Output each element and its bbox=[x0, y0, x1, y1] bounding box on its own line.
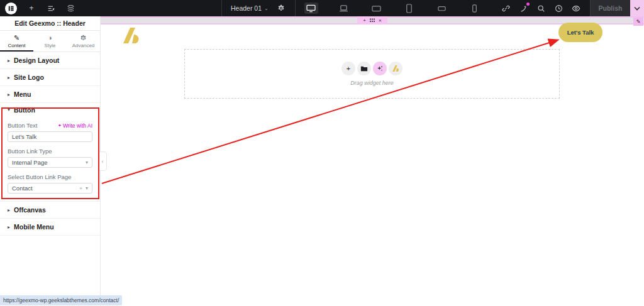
button-link-type-select[interactable]: Internal Page ▾ bbox=[8, 157, 92, 168]
button-link-type-label: Button Link Type bbox=[8, 148, 52, 155]
add-template-button[interactable] bbox=[357, 62, 371, 75]
caret-right-icon: ▸ bbox=[8, 92, 10, 97]
history-icon[interactable] bbox=[553, 3, 564, 13]
tab-content[interactable]: ✎ Content bbox=[0, 31, 33, 52]
link-url: https://geexmo-wp.geekslabthemes.com/con… bbox=[3, 297, 119, 303]
panel-tabs: ✎ Content ◑ Style Advanced bbox=[0, 31, 100, 52]
ai-assistant-icon[interactable] bbox=[518, 3, 528, 13]
responsive-device-switcher bbox=[304, 3, 482, 14]
button-text-input[interactable]: Let's Talk bbox=[8, 131, 92, 142]
caret-right-icon: ▸ bbox=[8, 224, 10, 230]
ai-builder-button[interactable] bbox=[373, 62, 387, 75]
geexmo-mini-logo-icon bbox=[392, 65, 399, 72]
device-mobile-portrait-icon[interactable] bbox=[468, 3, 482, 14]
delete-element-icon[interactable]: × bbox=[379, 18, 382, 23]
clear-selection-icon[interactable]: × bbox=[79, 185, 82, 191]
caret-right-icon: ▸ bbox=[8, 58, 10, 63]
theme-templates-button[interactable] bbox=[389, 62, 402, 75]
caret-down-icon: ▾ bbox=[8, 107, 10, 112]
elementor-editor-panel: Edit Geexmo :: Header ✎ Content ◑ Style … bbox=[0, 16, 101, 306]
section-button-expanded: ▾ Button Button Text ✦ Write with AI Let… bbox=[0, 103, 100, 202]
tab-advanced[interactable]: Advanced bbox=[67, 31, 100, 52]
section-button-header[interactable]: ▾ Button bbox=[0, 103, 100, 116]
add-element-button[interactable]: + bbox=[26, 3, 36, 13]
add-section-icon[interactable]: + bbox=[363, 18, 366, 23]
panel-collapse-handle[interactable]: ‹ bbox=[99, 151, 107, 171]
pencil-icon: ✎ bbox=[14, 34, 19, 41]
document-name[interactable]: Header 01 bbox=[231, 4, 262, 12]
editor-canvas: + × ✎ Let's Talk + bbox=[101, 16, 644, 306]
lets-talk-button[interactable]: Let's Talk bbox=[558, 23, 602, 42]
panel-title: Edit Geexmo :: Header bbox=[0, 16, 100, 31]
caret-right-icon: ▸ bbox=[8, 75, 10, 80]
ai-sparkles-icon bbox=[376, 65, 384, 72]
device-tablet-portrait-icon[interactable] bbox=[402, 3, 416, 14]
device-laptop-icon[interactable] bbox=[337, 3, 351, 14]
write-with-ai-button[interactable]: ✦ Write with AI bbox=[58, 123, 92, 129]
widget-drop-area[interactable]: + Drag widget here bbox=[184, 49, 560, 99]
ai-sparkle-icon: ✦ bbox=[58, 123, 62, 128]
device-tablet-landscape-icon[interactable] bbox=[370, 3, 384, 14]
folder-icon bbox=[360, 65, 368, 72]
document-chevron-icon[interactable]: ⌄ bbox=[264, 6, 269, 11]
device-mobile-landscape-icon[interactable] bbox=[435, 3, 449, 14]
plus-icon: + bbox=[347, 65, 350, 72]
button-link-page-select[interactable]: Contact × ▾ bbox=[8, 183, 92, 194]
search-icon[interactable] bbox=[536, 3, 546, 13]
preview-eye-icon[interactable] bbox=[571, 3, 581, 13]
publish-options-chevron[interactable] bbox=[630, 0, 644, 16]
edit-element-badge[interactable]: ✎ bbox=[633, 18, 643, 26]
ai-notification-dot bbox=[526, 3, 530, 6]
geexmo-site-logo[interactable] bbox=[123, 28, 140, 43]
link-preview-statusbar: https://geexmo-wp.geekslabthemes.com/con… bbox=[0, 295, 122, 305]
publish-button[interactable]: Publish bbox=[590, 0, 630, 16]
elementor-logo[interactable] bbox=[5, 3, 17, 14]
section-design-layout[interactable]: ▸ Design Layout bbox=[0, 52, 100, 69]
element-controls-badge: + × bbox=[357, 16, 387, 25]
drag-handle-icon[interactable] bbox=[370, 18, 375, 23]
gear-icon bbox=[80, 34, 87, 41]
document-settings-gear-icon[interactable] bbox=[276, 3, 286, 13]
select-caret-icon: ▾ bbox=[86, 185, 88, 191]
section-menu[interactable]: ▸ Menu bbox=[0, 86, 100, 103]
finder-icon[interactable] bbox=[46, 3, 56, 13]
button-text-label: Button Text bbox=[8, 122, 37, 129]
drag-widget-hint: Drag widget here bbox=[350, 80, 394, 86]
top-bar: + Header 01 ⌄ bbox=[0, 0, 644, 16]
add-widget-button[interactable]: + bbox=[341, 62, 355, 75]
caret-right-icon: ▸ bbox=[8, 207, 10, 213]
contrast-icon: ◑ bbox=[48, 34, 52, 41]
link-icon[interactable] bbox=[501, 3, 511, 13]
section-offcanvas[interactable]: ▸ Offcanvas bbox=[0, 202, 100, 219]
section-mobile-menu[interactable]: ▸ Mobile Menu bbox=[0, 219, 100, 236]
elementor-logo-glyph bbox=[8, 5, 14, 12]
section-site-logo[interactable]: ▸ Site Logo bbox=[0, 69, 100, 86]
pencil-icon: ✎ bbox=[636, 19, 641, 25]
device-desktop-icon[interactable] bbox=[304, 3, 318, 14]
structure-icon[interactable] bbox=[65, 3, 75, 13]
tab-style[interactable]: ◑ Style bbox=[33, 31, 67, 52]
button-link-page-label: Select Button Link Page bbox=[8, 173, 71, 180]
select-caret-icon: ▾ bbox=[86, 160, 88, 165]
